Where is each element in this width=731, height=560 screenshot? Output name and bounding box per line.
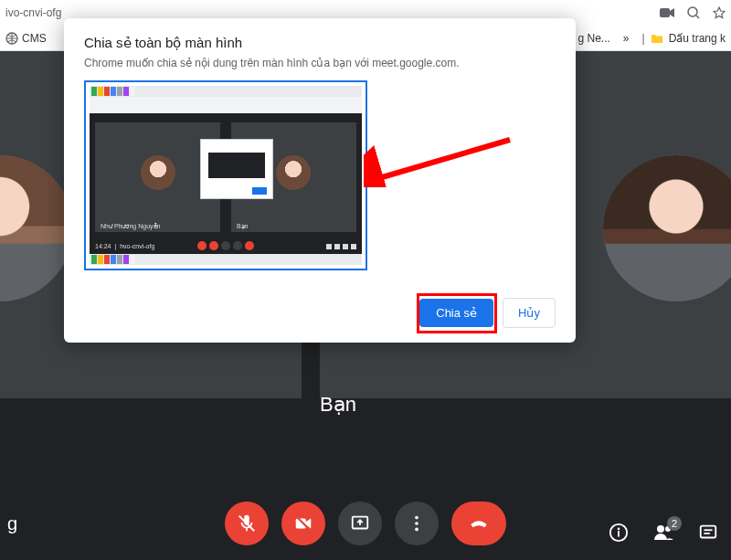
hangup-button[interactable]: [451, 502, 506, 545]
preview-controls: [197, 241, 254, 250]
svg-point-10: [415, 522, 418, 525]
more-options-button[interactable]: [395, 502, 439, 545]
cancel-button[interactable]: Hủy: [503, 298, 556, 328]
bookmark-divider: |: [642, 32, 645, 45]
preview-meet-area: Như Phương Nguyễn Bạn 14:24 | hvo-cnvi-o…: [90, 113, 362, 254]
bookmark-folder-label[interactable]: Dấu trang k: [669, 32, 726, 45]
svg-rect-0: [660, 8, 670, 17]
svg-point-11: [415, 528, 418, 532]
self-tile-label: Bạn: [320, 393, 356, 417]
present-button[interactable]: [338, 502, 382, 545]
folder-icon: [651, 33, 663, 44]
bookmark-news-fragment[interactable]: g Ne...: [577, 32, 609, 45]
room-code-fragment: g: [7, 513, 17, 534]
bookmark-overflow[interactable]: »: [623, 32, 630, 45]
meet-toolbar: g 2: [0, 487, 731, 560]
participants-badge: 2: [667, 516, 682, 531]
star-icon[interactable]: [713, 6, 726, 19]
camera-icon[interactable]: [660, 7, 674, 18]
people-icon[interactable]: 2: [652, 522, 674, 544]
preview-tile1-name: Như Phương Nguyễn: [101, 223, 160, 230]
preview-right-icons: [326, 244, 356, 249]
svg-point-13: [618, 528, 620, 531]
mute-button[interactable]: [225, 502, 269, 545]
preview-browser-bar: [90, 97, 362, 113]
svg-point-9: [415, 516, 418, 520]
svg-point-1: [688, 7, 697, 16]
url-fragment: ivo-cnvi-ofg: [5, 6, 660, 19]
chat-icon[interactable]: [698, 523, 718, 543]
camera-off-button[interactable]: [281, 502, 325, 545]
preview-nested-dialog: [200, 139, 273, 199]
preview-tile2-name: Bạn: [237, 223, 249, 230]
share-screen-dialog: Chia sẻ toàn bộ màn hình Chrome muốn chi…: [64, 18, 576, 343]
info-icon[interactable]: [609, 523, 629, 543]
dialog-title: Chia sẻ toàn bộ màn hình: [84, 35, 556, 51]
svg-line-2: [696, 16, 699, 18]
search-icon[interactable]: [687, 6, 700, 19]
preview-browser-tabs: [90, 86, 362, 97]
bookmark-cms[interactable]: CMS: [5, 32, 47, 45]
bookmark-cms-label: CMS: [22, 32, 47, 45]
dialog-subtitle: Chrome muốn chia sẻ nội dung trên màn hì…: [84, 57, 556, 69]
svg-rect-14: [618, 531, 620, 536]
preview-taskbar: [90, 254, 362, 265]
globe-icon: [5, 32, 18, 45]
share-button[interactable]: Chia sẻ: [419, 299, 493, 327]
svg-rect-17: [701, 526, 716, 538]
svg-point-15: [657, 525, 664, 533]
screen-preview-option[interactable]: Như Phương Nguyễn Bạn 14:24 | hvo-cnvi-o…: [84, 80, 367, 270]
preview-time: 14:24 | hvo-cnvi-ofg: [95, 243, 154, 249]
